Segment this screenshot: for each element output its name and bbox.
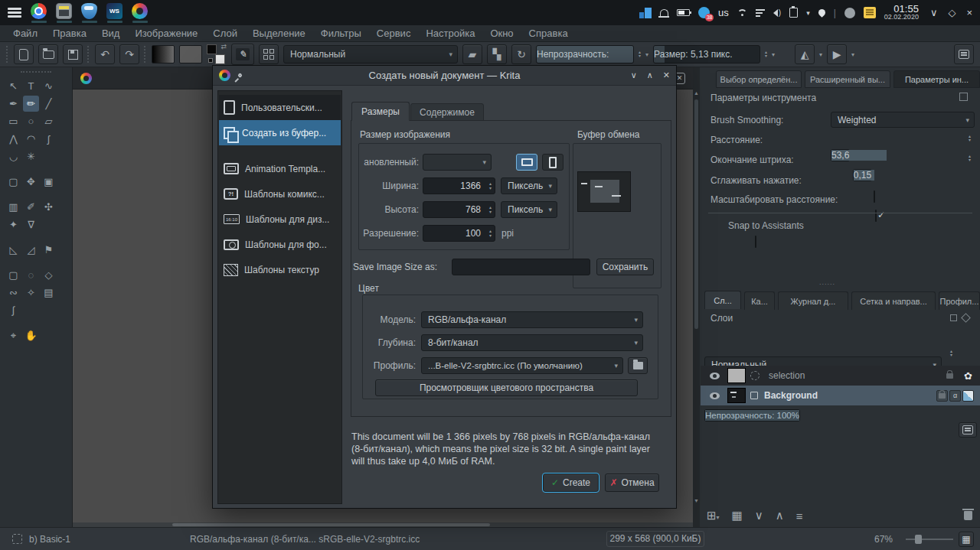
layer-row-background[interactable]: Background α — [701, 386, 980, 405]
alpha-lock-button[interactable]: α — [949, 390, 961, 402]
layer-lock-icon[interactable] — [946, 373, 953, 379]
brush-smoothing-combo[interactable]: Weighted — [831, 112, 975, 128]
docker-tab-profiles[interactable]: Профил... — [939, 291, 980, 310]
width-input[interactable]: 1366 — [423, 177, 495, 194]
notes-icon[interactable] — [864, 7, 876, 18]
tool-polygon[interactable]: ▱ — [41, 113, 57, 129]
toolbox-handle[interactable] — [21, 71, 51, 74]
tool-move[interactable]: ✥ — [23, 174, 39, 190]
clipboard-tray-icon[interactable] — [789, 8, 798, 18]
workspace-chooser-button[interactable] — [954, 44, 974, 64]
docker-tab-selection-default[interactable]: Выбор определён... — [716, 70, 802, 88]
scroll-down-icon[interactable]: ▼ — [693, 498, 700, 503]
panel-close-icon[interactable]: × — [966, 7, 972, 18]
hscrollbar-thumb[interactable] — [172, 523, 490, 526]
blend-mode-combo[interactable]: Нормальный — [283, 45, 458, 63]
size-caret-icon[interactable]: ▾ — [772, 51, 775, 58]
keyboard-layout[interactable]: us — [718, 7, 729, 18]
foreground-color[interactable] — [207, 44, 217, 54]
tool-line[interactable]: ╱ — [41, 96, 57, 112]
list-item-photo-templates[interactable]: Шаблоны для фо... — [219, 232, 341, 257]
menu-select[interactable]: Выделение — [246, 28, 312, 39]
dialog-close-icon[interactable]: ✕ — [663, 70, 670, 80]
layers-float-icon[interactable] — [950, 314, 957, 321]
docker-tab-grid-guides[interactable]: Сетка и направ... — [851, 291, 936, 310]
panel-minimize-icon[interactable]: ∨ — [930, 7, 938, 18]
undo-button[interactable]: ↶ — [95, 44, 115, 64]
color-drop-icon[interactable] — [817, 8, 827, 18]
preset-combo[interactable] — [423, 154, 492, 171]
app-launcher-icon[interactable] — [8, 8, 21, 18]
width-unit-combo[interactable]: Пиксель — [501, 177, 557, 194]
menu-help[interactable]: Справка — [522, 28, 575, 39]
pattern-swatch[interactable] — [179, 45, 202, 63]
resolution-input[interactable]: 100 — [423, 225, 495, 242]
size-stepper[interactable]: ▴ ▾ — [765, 50, 767, 58]
scrollbar-thumb[interactable] — [694, 99, 698, 329]
colorspace-browser-button[interactable]: Просмотровщик цветового пространства — [375, 379, 638, 396]
depth-combo[interactable]: 8-бит/канал — [421, 334, 643, 351]
dockers-scrollbar[interactable]: ▲ ▼ — [693, 67, 700, 527]
wifi-icon[interactable] — [737, 9, 747, 16]
tool-assistants[interactable]: ◺ — [5, 242, 21, 258]
reload-preset-button[interactable]: ↻ — [511, 44, 531, 64]
delete-layer-button[interactable] — [964, 511, 972, 520]
list-item-animation-templates[interactable]: Animation Templa... — [219, 156, 341, 181]
task-manager-icon[interactable] — [639, 8, 652, 18]
colorspace-status[interactable]: RGB/альфа-канал (8-бит/ка... sRGB-elle-V… — [190, 534, 420, 545]
tool-bezier-curve[interactable]: ◠ — [23, 131, 39, 147]
equalizer-icon[interactable] — [756, 9, 765, 17]
tool-edit-shapes[interactable]: ∿ — [41, 78, 57, 94]
tool-bezier-select[interactable]: ∫ — [5, 302, 21, 318]
stroke-end-slider[interactable]: 0,15 — [853, 169, 872, 181]
menu-filter[interactable]: Фильтры — [314, 28, 368, 39]
clock[interactable]: 01:55 02.02.2020 — [884, 5, 919, 21]
eraser-mode-button[interactable]: ▰ — [462, 44, 482, 64]
tool-ellipse-select[interactable]: ◌ — [23, 267, 39, 283]
taskbar-security[interactable] — [81, 3, 97, 23]
battery-icon[interactable] — [677, 9, 690, 16]
new-document-button[interactable] — [14, 44, 34, 64]
tool-gradient[interactable]: ▥ — [5, 199, 21, 215]
tool-colorize-mask[interactable]: ✦ — [5, 216, 21, 233]
menu-view[interactable]: Вид — [95, 28, 127, 39]
opacity-caret-icon[interactable]: ▾ — [645, 51, 648, 58]
scroll-up-icon[interactable]: ▲ — [693, 90, 700, 96]
save-button[interactable] — [63, 44, 83, 64]
tool-freehand-select[interactable]: ∾ — [5, 285, 21, 301]
move-layer-down-button[interactable]: ∨ — [755, 509, 763, 522]
gradient-swatch[interactable] — [152, 45, 175, 63]
tray-circle-icon[interactable] — [844, 8, 855, 18]
tool-pan[interactable]: ✋ — [23, 327, 39, 343]
brush-presets-grid-button[interactable] — [259, 44, 279, 64]
taskbar-terminal[interactable] — [56, 3, 72, 23]
portrait-orientation-button[interactable] — [542, 154, 564, 171]
toolbar-handle[interactable] — [87, 46, 90, 63]
tool-select-shapes[interactable]: ↖ — [5, 78, 21, 94]
profile-combo[interactable]: ...B-elle-V2-srgbtrc.icc (По умолчанию) — [421, 357, 623, 374]
duplicate-layer-button[interactable]: ▦ — [732, 509, 743, 522]
distance-stepper[interactable]: ▴ ▾ — [969, 135, 971, 142]
tool-dynamic-brush[interactable]: ◡ — [5, 148, 21, 164]
layer-properties-toolbar-button[interactable]: ≡ — [796, 509, 803, 522]
layer-visibility-icon[interactable] — [710, 392, 720, 399]
tool-fill[interactable]: ∇ — [23, 216, 39, 233]
tool-freehand-brush[interactable]: ✏ — [23, 96, 39, 112]
taskbar-chrome[interactable] — [31, 3, 47, 23]
docker-tab-tool-options[interactable]: Параметры ин... — [893, 70, 980, 88]
layer-visibility-icon[interactable] — [710, 373, 720, 379]
menu-settings[interactable]: Настройка — [419, 28, 482, 39]
opacity-slider[interactable]: Непрозрачность: 100% — [536, 45, 634, 63]
tool-ellipse[interactable]: ○ — [23, 113, 39, 129]
messenger-icon[interactable]: 38 — [698, 7, 710, 18]
move-layer-up-button[interactable]: ∧ — [776, 509, 784, 522]
alpha-inherit-button[interactable] — [962, 390, 974, 402]
taskbar-webstorm[interactable]: WS — [106, 3, 122, 23]
docker-drag-handle[interactable]: ...... — [819, 278, 835, 286]
notifications-bell-icon[interactable] — [660, 9, 668, 16]
tool-polyline[interactable]: ⋀ — [5, 131, 21, 147]
landscape-orientation-button[interactable] — [516, 154, 537, 171]
menu-edit[interactable]: Правка — [46, 28, 93, 39]
tool-rect-select[interactable]: ▢ — [5, 267, 21, 283]
brush-preset-button[interactable]: ✎ — [231, 44, 254, 65]
